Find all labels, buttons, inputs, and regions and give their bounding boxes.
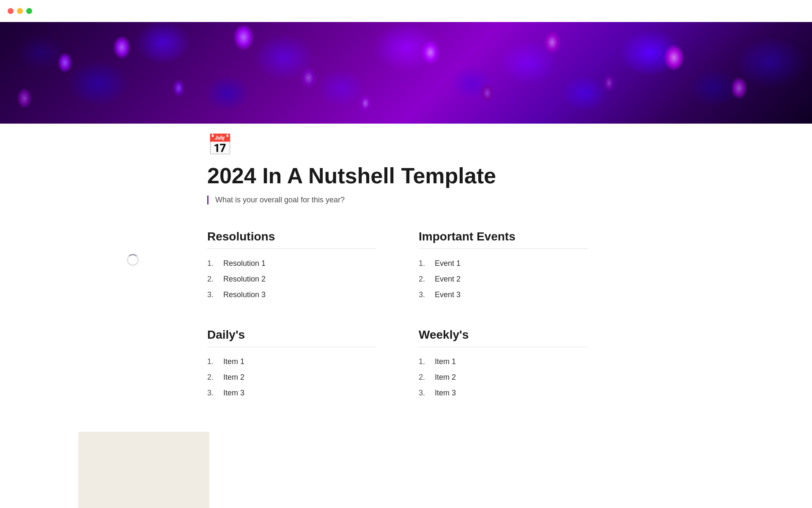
item-text: Item 3: [223, 389, 244, 398]
page-icon: 📅: [207, 132, 233, 157]
list-item: Event 2: [419, 271, 588, 287]
hero-banner: [0, 22, 812, 124]
spinner-area: [127, 254, 139, 266]
resolutions-list: Resolution 1 Resolution 2 Resolution 3: [207, 256, 376, 303]
list-item: Resolution 1: [207, 256, 376, 271]
item-text: Event 1: [435, 259, 461, 268]
item-text: Item 1: [223, 357, 244, 366]
maximize-button[interactable]: [26, 8, 32, 14]
sections-grid: Resolutions Resolution 1 Resolution 2 Re…: [207, 230, 588, 426]
list-item: Item 2: [207, 370, 376, 385]
list-item: Event 1: [419, 256, 588, 271]
minimize-button[interactable]: [17, 8, 23, 14]
resolutions-section: Resolutions Resolution 1 Resolution 2 Re…: [207, 230, 376, 303]
list-item: Item 2: [419, 370, 588, 385]
page-quote: What is your overall goal for this year?: [207, 196, 605, 204]
weeklys-section: Weekly's Item 1 Item 2 Item 3: [419, 328, 588, 401]
list-item: Item 1: [419, 354, 588, 370]
item-text: Event 2: [435, 275, 461, 284]
resolutions-title: Resolutions: [207, 230, 376, 249]
item-text: Item 3: [435, 389, 456, 398]
dailys-list: Item 1 Item 2 Item 3: [207, 354, 376, 401]
item-text: Resolution 3: [223, 290, 266, 299]
important-events-title: Important Events: [419, 230, 588, 249]
main-content: 2024 In A Nutshell Template What is your…: [0, 163, 812, 426]
item-text: Event 3: [435, 290, 461, 299]
close-button[interactable]: [8, 8, 14, 14]
weeklys-title: Weekly's: [419, 328, 588, 347]
quote-text: What is your overall goal for this year?: [215, 196, 345, 204]
dailys-title: Daily's: [207, 328, 376, 347]
item-text: Resolution 1: [223, 259, 266, 268]
item-text: Resolution 2: [223, 275, 266, 284]
item-text: Item 2: [435, 373, 456, 382]
item-text: Item 2: [223, 373, 244, 382]
page-icon-area: 📅: [0, 132, 812, 157]
page-title[interactable]: 2024 In A Nutshell Template: [207, 163, 605, 189]
list-item: Item 3: [419, 385, 588, 401]
important-events-section: Important Events Event 1 Event 2 Event 3: [419, 230, 588, 303]
loading-spinner: [127, 254, 139, 266]
important-events-list: Event 1 Event 2 Event 3: [419, 256, 588, 303]
item-text: Item 1: [435, 357, 456, 366]
dailys-section: Daily's Item 1 Item 2 Item 3: [207, 328, 376, 401]
list-item: Resolution 2: [207, 271, 376, 287]
sidebar-thumbnail: [78, 432, 209, 508]
weeklys-list: Item 1 Item 2 Item 3: [419, 354, 588, 401]
flower-overlay: [0, 22, 812, 124]
titlebar: [0, 0, 812, 22]
list-item: Item 3: [207, 385, 376, 401]
list-item: Resolution 3: [207, 287, 376, 303]
list-item: Event 3: [419, 287, 588, 303]
list-item: Item 1: [207, 354, 376, 370]
